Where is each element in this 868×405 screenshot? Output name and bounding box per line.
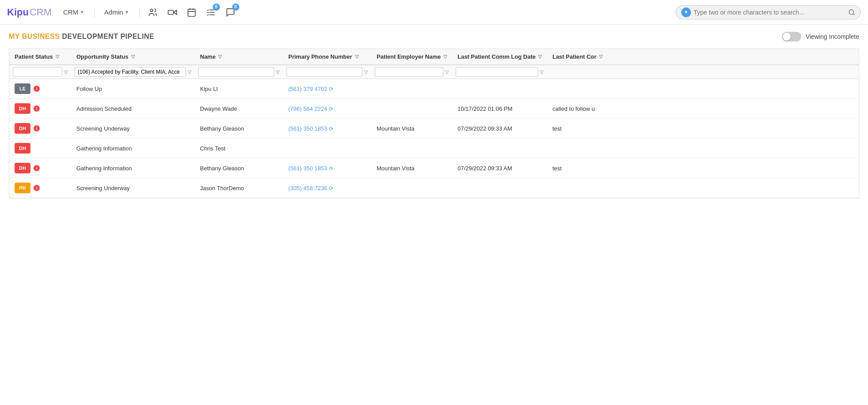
filter-last-patient-icon[interactable]: ▽: [599, 54, 603, 60]
filter-name-input[interactable]: [198, 67, 274, 77]
phone-refresh-icon[interactable]: ⟳: [329, 165, 333, 172]
status-badge: DH: [15, 103, 30, 114]
phone-cell: (561) 379 4702⟳: [283, 79, 371, 99]
filter-phone-icon[interactable]: ▽: [355, 54, 359, 60]
filter-employer-icon[interactable]: ▽: [443, 54, 447, 60]
calendar-icon: [187, 8, 196, 17]
patient-status-cell: DHi: [9, 158, 71, 178]
phone-refresh-icon[interactable]: ⟳: [329, 106, 333, 112]
filter-last-comm-input[interactable]: [456, 67, 538, 77]
patient-status-cell: DHi: [9, 119, 71, 139]
phone-link[interactable]: (786) 564 2224: [288, 105, 327, 112]
filter-last-comm-icon[interactable]: ▽: [538, 54, 542, 60]
th-primary-phone: Primary Phone Number ▽: [283, 49, 371, 65]
nav-admin[interactable]: Admin ▼: [100, 6, 133, 19]
phone-link[interactable]: (561) 350 1853: [288, 165, 327, 172]
last-comm-date-cell: [452, 79, 547, 99]
page-title: MY BUSINESS DEVELOPMENT PIPELINE: [9, 33, 155, 41]
name-cell: Bethany Gleason: [195, 119, 283, 139]
tasks-icon-btn[interactable]: 0: [203, 4, 219, 20]
phone-refresh-icon[interactable]: ⟳: [329, 126, 333, 132]
info-dot-icon[interactable]: i: [34, 125, 40, 131]
viewing-incomplete-toggle[interactable]: [782, 32, 801, 41]
filter-name-cell: ▽: [195, 65, 283, 79]
calendar-icon-btn[interactable]: [184, 4, 200, 20]
logo-crm: CRM: [30, 7, 52, 18]
messages-icon-btn[interactable]: 0: [223, 4, 238, 20]
video-icon: [167, 8, 177, 17]
logo-kipu: Kipu: [7, 7, 29, 18]
info-dot-icon[interactable]: i: [34, 105, 40, 112]
nav-divider-1: [94, 7, 94, 18]
messages-badge: 0: [232, 4, 239, 11]
phone-cell: (561) 350 1853⟳: [283, 158, 371, 178]
filter-patient-status-input[interactable]: [13, 67, 62, 77]
phone-refresh-icon[interactable]: ⟳: [329, 185, 333, 191]
phone-link[interactable]: (561) 350 1853: [288, 125, 327, 132]
name-cell: Jason ThorDemo: [195, 178, 283, 198]
opportunity-status-cell: Admission Scheduled: [71, 99, 195, 119]
status-badge: DH: [15, 163, 30, 173]
table-row: DHiAdmission ScheduledDwayne Wade(786) 5…: [9, 99, 859, 119]
filter-name-dropdown-icon[interactable]: ▽: [276, 69, 279, 75]
filter-last-comm-dropdown-icon[interactable]: ▽: [540, 69, 543, 75]
status-badge: DH: [15, 123, 30, 134]
info-dot-icon[interactable]: i: [34, 86, 40, 92]
search-icon: [848, 9, 855, 16]
info-dot-icon[interactable]: i: [34, 165, 40, 171]
employer-cell: Mountain Vista: [371, 158, 452, 178]
employer-cell: [371, 178, 452, 198]
last-comm-date-cell: [452, 139, 547, 158]
patient-status-cell: LEi: [9, 79, 71, 99]
filter-opportunity-status-cell: ▽: [71, 65, 195, 79]
search-input[interactable]: [694, 9, 845, 16]
search-dropdown-btn[interactable]: ▼: [681, 8, 691, 17]
filter-opportunity-status-icon[interactable]: ▽: [131, 54, 135, 60]
people-icon: [148, 8, 158, 17]
phone-link[interactable]: (305) 458 7236: [288, 185, 327, 191]
th-last-comm: Last Patient Comm Log Date ▽: [452, 49, 547, 65]
th-opportunity-status: Opportunity Status ▽: [71, 49, 195, 65]
filter-patient-status-icon[interactable]: ▽: [56, 54, 59, 60]
svg-point-0: [150, 9, 153, 11]
filter-patient-status-dropdown-icon[interactable]: ▽: [64, 69, 68, 75]
logo: Kipu CRM: [7, 7, 52, 18]
patient-status-cell: DH: [9, 139, 71, 158]
last-patient-cor-cell: [547, 139, 859, 158]
toggle-container: Viewing Incomplete: [782, 32, 859, 41]
opportunity-status-cell: Gathering Information: [71, 158, 195, 178]
filter-employer-dropdown-icon[interactable]: ▽: [445, 69, 449, 75]
th-employer: Patient Employer Name ▽: [371, 49, 452, 65]
last-patient-cor-cell: [547, 178, 859, 198]
pipeline-table: Patient Status ▽ Opportunity Status ▽ Na…: [9, 49, 859, 198]
info-dot-icon[interactable]: i: [34, 185, 40, 191]
nav-crm[interactable]: CRM ▼: [59, 6, 89, 19]
patient-status-cell: DHi: [9, 99, 71, 119]
nav-crm-label: CRM: [63, 8, 78, 16]
tasks-badge: 0: [213, 4, 220, 11]
name-cell: Kipu LI: [195, 79, 283, 99]
filter-patient-status-cell: ▽: [9, 65, 71, 79]
svg-point-10: [849, 10, 854, 15]
svg-marker-2: [174, 10, 176, 14]
filter-employer-cell: ▽: [371, 65, 452, 79]
filter-opportunity-status-input[interactable]: [75, 67, 186, 77]
opportunity-status-cell: Follow Up: [71, 79, 195, 99]
phone-refresh-icon[interactable]: ⟳: [329, 86, 333, 92]
last-comm-date-cell: 07/29/2022 09:33 AM: [452, 158, 547, 178]
employer-cell: Mountain Vista: [371, 119, 452, 139]
filter-phone-dropdown-icon[interactable]: ▽: [364, 69, 368, 75]
filter-opp-dropdown-icon[interactable]: ▽: [188, 69, 191, 75]
phone-link[interactable]: (561) 379 4702: [288, 86, 327, 92]
video-icon-btn[interactable]: [164, 4, 180, 20]
filter-phone-input[interactable]: [287, 67, 362, 77]
filter-employer-input[interactable]: [375, 67, 443, 77]
name-cell: Chris Test: [195, 139, 283, 158]
filter-name-icon[interactable]: ▽: [218, 54, 222, 60]
th-last-patient-cor: Last Patient Cor ▽: [547, 49, 859, 65]
people-icon-btn[interactable]: [145, 4, 161, 20]
table-body: LEiFollow UpKipu LI(561) 379 4702⟳DHiAdm…: [9, 79, 859, 198]
employer-cell: [371, 99, 452, 119]
search-submit-btn[interactable]: [848, 9, 855, 16]
patient-status-cell: PRi: [9, 178, 71, 198]
